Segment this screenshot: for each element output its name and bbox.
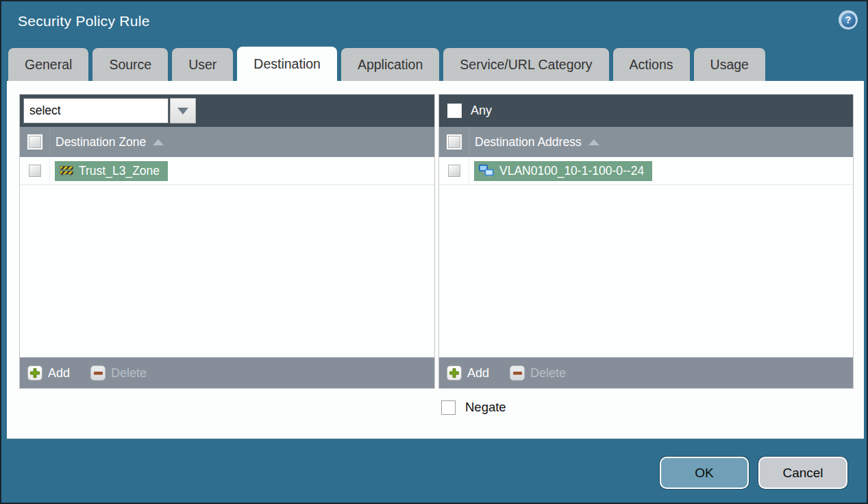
destination-zone-panel: Destination Zone — [19, 94, 435, 389]
negate-checkbox[interactable] — [441, 400, 456, 415]
minus-icon — [510, 365, 525, 381]
zone-filter-input[interactable] — [23, 98, 169, 123]
plus-icon — [447, 365, 462, 381]
zone-delete-label: Delete — [111, 366, 147, 381]
zone-list-body: Trust_L3_Zone — [20, 157, 434, 357]
zone-filter-dropdown-button[interactable] — [170, 98, 196, 123]
tab-service-url-category[interactable]: Service/URL Category — [443, 48, 608, 81]
zone-delete-button[interactable]: Delete — [90, 365, 147, 381]
tab-destination[interactable]: Destination — [237, 47, 337, 81]
address-column-header-row: Destination Address — [439, 127, 853, 157]
tab-user[interactable]: User — [172, 48, 233, 81]
plus-icon — [27, 365, 42, 381]
address-header-checkbox-cell — [439, 127, 469, 157]
minus-icon — [90, 365, 106, 381]
zone-column-header-label[interactable]: Destination Zone — [55, 135, 146, 149]
address-delete-button[interactable]: Delete — [510, 365, 566, 381]
cancel-button[interactable]: Cancel — [758, 457, 847, 489]
zone-column-header-row: Destination Zone — [20, 127, 434, 157]
security-policy-rule-dialog: Security Policy Rule ? General Source Us… — [0, 0, 868, 504]
address-panel-footer: Add Delete — [439, 357, 853, 388]
tab-strip: General Source User Destination Applicat… — [8, 47, 860, 81]
dialog-button-bar: OK Cancel — [1, 439, 867, 503]
chevron-down-icon — [177, 108, 188, 115]
address-select-all-checkbox[interactable] — [448, 136, 460, 148]
address-item-label: VLAN0100_10-1-100-0--24 — [499, 164, 644, 178]
zone-add-label: Add — [48, 366, 70, 381]
address-item-vlan0100[interactable]: VLAN0100_10-1-100-0--24 — [474, 161, 652, 181]
sort-ascending-icon — [588, 139, 599, 145]
zone-filter-combo — [23, 98, 196, 123]
tab-actions[interactable]: Actions — [613, 48, 690, 81]
zone-row-checkbox-cell — [20, 157, 50, 184]
address-column-header-label[interactable]: Destination Address — [475, 135, 582, 149]
zone-add-button[interactable]: Add — [27, 365, 70, 381]
zone-panel-toolbar — [20, 95, 434, 127]
address-network-icon — [479, 165, 494, 178]
address-add-button[interactable]: Add — [447, 365, 489, 381]
destination-address-panel: Any Destination Address — [438, 94, 854, 389]
address-delete-label: Delete — [530, 366, 566, 381]
zone-select-all-checkbox[interactable] — [29, 136, 41, 148]
address-panel-toolbar: Any — [439, 95, 853, 127]
zone-header-checkbox-cell — [20, 127, 50, 157]
address-add-label: Add — [467, 366, 489, 381]
zone-row-checkbox[interactable] — [29, 165, 41, 177]
zone-item-trust-l3-zone[interactable]: Trust_L3_Zone — [55, 161, 168, 181]
any-label: Any — [471, 104, 492, 118]
negate-option: Negate — [441, 400, 506, 415]
negate-label: Negate — [465, 400, 506, 415]
address-list-body: VLAN0100_10-1-100-0--24 — [439, 157, 853, 357]
ok-button[interactable]: OK — [660, 457, 749, 489]
tab-application[interactable]: Application — [341, 48, 439, 81]
help-icon[interactable]: ? — [839, 10, 858, 29]
zone-table-row: Trust_L3_Zone — [20, 157, 434, 185]
destination-tab-content: Destination Zone — [7, 81, 864, 439]
any-checkbox[interactable] — [447, 104, 462, 118]
sort-ascending-icon — [153, 139, 164, 145]
tab-usage[interactable]: Usage — [694, 48, 765, 81]
tab-source[interactable]: Source — [92, 48, 168, 81]
address-row-checkbox[interactable] — [448, 165, 460, 177]
address-table-row: VLAN0100_10-1-100-0--24 — [439, 157, 853, 185]
zone-barrier-icon — [60, 165, 73, 177]
tab-general[interactable]: General — [8, 48, 88, 81]
question-mark-glyph: ? — [841, 13, 856, 27]
title-bar: Security Policy Rule ? — [1, 1, 867, 47]
dialog-title: Security Policy Rule — [18, 13, 150, 29]
zone-item-label: Trust_L3_Zone — [79, 164, 160, 178]
address-row-checkbox-cell — [439, 157, 469, 184]
zone-panel-footer: Add Delete — [20, 357, 434, 388]
